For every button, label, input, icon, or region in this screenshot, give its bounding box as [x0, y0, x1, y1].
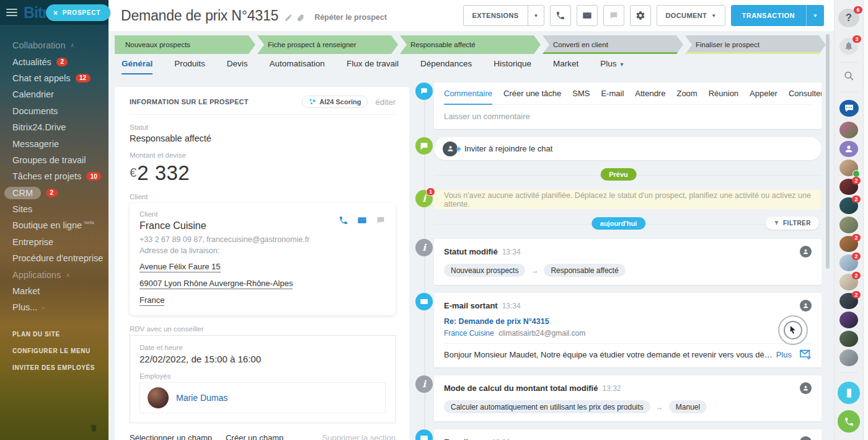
sidebar-item-messagerie[interactable]: Messagerie	[12, 135, 108, 151]
phone-icon[interactable]	[339, 215, 348, 225]
user-avatar[interactable]: 2	[839, 274, 858, 290]
user-avatar[interactable]	[839, 331, 858, 348]
user-avatar[interactable]	[839, 312, 858, 328]
sidebar-item-crm[interactable]: CRM2	[12, 185, 108, 201]
composer-tab-consulter-activite[interactable]: Consulter l'activité	[789, 89, 822, 104]
planned-badge[interactable]: Prévu	[600, 168, 637, 181]
document-button[interactable]: DOCUMENT ▼	[657, 5, 725, 26]
address-link[interactable]: Avenue Félix Faure 15	[140, 262, 221, 272]
sidebar-item-sites[interactable]: Sites	[12, 201, 108, 217]
composer-tab-creer-une-tache[interactable]: Créer une tâche	[503, 89, 561, 104]
stage-fiche-prospect[interactable]: Fiche prospect à renseigner	[257, 35, 398, 54]
paperclip-icon[interactable]	[296, 14, 304, 22]
sidebar-item-chat-et-appels[interactable]: Chat et appels12	[12, 70, 108, 86]
hamburger-menu-icon[interactable]	[6, 9, 17, 16]
composer-tab-sms[interactable]: SMS	[572, 89, 590, 104]
sidebar-item-actualites[interactable]: Actualités2	[12, 53, 108, 70]
vertical-scrollbar[interactable]	[826, 34, 830, 269]
email-button[interactable]	[577, 5, 598, 26]
sidebar-item-bitrix24-drive[interactable]: Bitrix24.Drive	[12, 119, 108, 135]
trash-icon[interactable]	[89, 423, 99, 433]
composer-tab-appeler[interactable]: Appeler	[750, 89, 777, 104]
user-avatar[interactable]	[839, 159, 858, 176]
sidebar-item-procedure-entreprise[interactable]: Procédure d'entreprise	[12, 250, 108, 266]
envelope-icon[interactable]	[357, 215, 367, 225]
chat-bubble-icon[interactable]	[376, 215, 386, 225]
sitemap-link[interactable]: PLAN DU SITE	[12, 326, 108, 343]
call-button[interactable]	[550, 5, 571, 26]
invite-chat-button[interactable]: + Inviter à rejoindre le chat	[434, 137, 822, 160]
telephony-button[interactable]	[838, 410, 860, 433]
user-avatar[interactable]	[839, 217, 858, 233]
tab-devis[interactable]: Devis	[227, 59, 248, 74]
user-avatar[interactable]	[839, 122, 858, 138]
tab-general[interactable]: Général	[122, 59, 153, 74]
search-button[interactable]	[843, 70, 855, 84]
email-more-link[interactable]: Plus	[776, 350, 792, 359]
filter-button[interactable]: FILTRER	[766, 217, 819, 230]
sidebar-item-calendrier[interactable]: Calendrier	[12, 86, 108, 102]
help-button[interactable]: ? 6	[838, 9, 859, 27]
sidebar-item-groupes-de-travail[interactable]: Groupes de travail	[12, 152, 108, 168]
user-avatar[interactable]: 2	[839, 179, 858, 195]
sidebar-item-boutique-en-ligne[interactable]: Boutique en lignebeta	[12, 217, 108, 233]
sidebar-section-collaboration[interactable]: Collaboration∧	[12, 37, 108, 53]
tab-produits[interactable]: Produits	[174, 59, 205, 74]
invite-employees-link[interactable]: INVITER DES EMPLOYÉS	[12, 359, 108, 376]
sidebar-section-applications[interactable]: Applications∧	[12, 266, 108, 282]
select-field-link[interactable]: Sélectionner un champ	[130, 433, 212, 440]
stage-nouveaux-prospects[interactable]: Nouveaux prospects	[115, 35, 255, 54]
user-avatar[interactable]	[839, 141, 858, 158]
user-avatar[interactable]: 2	[839, 254, 858, 271]
client-name-link[interactable]: France Cuisine	[140, 220, 206, 231]
delete-section-link[interactable]: Supprimer la section	[322, 433, 396, 440]
sidebar-item-market[interactable]: Market	[12, 283, 108, 299]
caret-down-icon[interactable]: ▼	[528, 6, 544, 25]
stage-finaliser-le-prospect[interactable]: Finaliser le prospect	[685, 35, 826, 54]
tab-plus[interactable]: Plus▼	[600, 59, 624, 74]
desktop-app-button[interactable]	[838, 382, 860, 404]
caret-down-icon[interactable]: ▼	[806, 5, 824, 26]
tab-dependances[interactable]: Dépendances	[420, 59, 472, 74]
create-field-link[interactable]: Créer un champ	[226, 433, 283, 440]
email-subject-link[interactable]: Re: Demande de prix N°4315	[444, 317, 812, 326]
configure-menu-link[interactable]: CONFIGURER LE MENU	[12, 343, 108, 359]
user-avatar[interactable]: 2	[839, 236, 858, 253]
composer-tab-zoom[interactable]: Zoom	[676, 89, 697, 104]
tab-flux-de-travail[interactable]: Flux de travail	[347, 59, 399, 74]
prospect-close-button[interactable]: × PROSPECT	[46, 4, 110, 21]
stage-converti-en-client[interactable]: Converti en client	[542, 35, 683, 54]
email-sender-link[interactable]: France Cuisine	[444, 329, 494, 338]
sidebar-item-documents[interactable]: Documents	[12, 103, 108, 119]
user-avatar[interactable]	[839, 349, 858, 366]
email-reply-icon[interactable]	[799, 349, 812, 359]
today-badge[interactable]: aujourd'hui	[591, 217, 645, 230]
edit-link[interactable]: éditer	[375, 97, 396, 107]
settings-button[interactable]	[630, 5, 651, 26]
sidebar-item-taches-et-projets[interactable]: Tâches et projets10	[12, 168, 108, 184]
extensions-button[interactable]: EXTENSIONS ▼	[463, 5, 545, 26]
composer-tab-email[interactable]: E-mail	[601, 89, 624, 104]
composer-tab-commentaire[interactable]: Commentaire	[444, 89, 492, 105]
composer-tab-reunion[interactable]: Réunion	[709, 89, 738, 104]
author-icon[interactable]	[800, 246, 812, 258]
address-link[interactable]: 69007 Lyon Rhône Auvergne-Rhône-Alpes	[140, 279, 293, 289]
close-icon[interactable]: ×	[53, 9, 58, 17]
group-chat-button[interactable]	[839, 100, 859, 117]
repeat-lead-link[interactable]: Répéter le prospect	[314, 13, 387, 22]
edit-pencil-icon[interactable]	[285, 14, 293, 22]
transaction-button[interactable]: TRANSACTION ▼	[731, 5, 824, 26]
tab-market[interactable]: Market	[553, 59, 578, 74]
stage-responsable-affecte[interactable]: Responsable affecté	[400, 35, 541, 54]
user-avatar[interactable]: 2	[839, 197, 858, 214]
tab-historique[interactable]: Historique	[494, 59, 531, 74]
sidebar-item-entreprise[interactable]: Entreprise	[12, 234, 108, 250]
author-icon[interactable]	[800, 300, 812, 312]
author-icon[interactable]	[800, 382, 812, 394]
tab-automatisation[interactable]: Automatisation	[270, 59, 325, 74]
address-link[interactable]: France	[140, 295, 164, 306]
composer-tab-attendre[interactable]: Attendre	[635, 89, 665, 104]
ai-scoring-button[interactable]: AI24 Scoring	[302, 96, 368, 108]
comment-input[interactable]	[444, 105, 812, 129]
employee-avatar[interactable]	[148, 387, 169, 408]
